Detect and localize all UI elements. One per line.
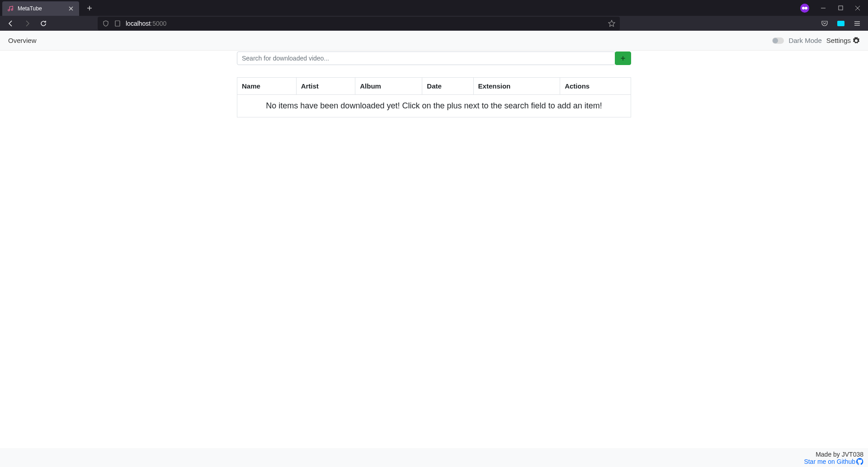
add-item-button[interactable]: + — [615, 51, 631, 65]
dark-mode-toggle[interactable] — [772, 37, 784, 44]
app-footer: Made by JVT038 Star me on Github — [0, 448, 868, 467]
github-star-link[interactable]: Star me on Github — [804, 458, 863, 465]
svg-point-0 — [802, 7, 805, 9]
forward-button[interactable] — [20, 17, 34, 30]
column-header-date: Date — [422, 78, 473, 95]
url-host: localhost — [126, 20, 151, 27]
svg-point-1 — [805, 7, 807, 9]
address-bar[interactable]: localhost:5000 — [98, 17, 620, 30]
settings-link[interactable]: Settings — [826, 37, 860, 44]
shield-icon — [102, 20, 109, 27]
new-tab-button[interactable] — [83, 1, 96, 15]
close-window-icon[interactable] — [851, 2, 864, 14]
empty-message: No items have been downloaded yet! Click… — [237, 95, 631, 117]
svg-rect-3 — [115, 21, 120, 26]
github-icon — [856, 458, 863, 465]
settings-label: Settings — [826, 37, 851, 44]
svg-rect-4 — [837, 21, 844, 26]
pocket-icon[interactable] — [817, 17, 832, 30]
search-input[interactable] — [237, 51, 615, 65]
toolbar-right — [817, 17, 864, 30]
tab-favicon-icon — [7, 5, 14, 12]
window-controls — [800, 2, 868, 14]
dark-mode-label: Dark Mode — [788, 37, 821, 44]
github-link-label: Star me on Github — [804, 458, 855, 465]
app-header: Overview Dark Mode Settings — [0, 31, 868, 51]
column-header-extension: Extension — [473, 78, 560, 95]
table-empty-row: No items have been downloaded yet! Click… — [237, 95, 631, 117]
gear-icon — [853, 37, 860, 44]
reload-button[interactable] — [36, 17, 51, 30]
app-menu-icon[interactable] — [850, 17, 864, 30]
maximize-window-icon[interactable] — [834, 2, 847, 14]
main-container: + Name Artist Album Date Extension Actio… — [237, 51, 631, 117]
account-icon[interactable] — [834, 17, 848, 30]
downloads-table: Name Artist Album Date Extension Actions… — [237, 77, 631, 117]
table-header-row: Name Artist Album Date Extension Actions — [237, 78, 631, 95]
search-row: + — [237, 51, 631, 65]
browser-tab[interactable]: MetaTube — [2, 1, 79, 16]
svg-rect-2 — [839, 6, 843, 10]
url-text: localhost:5000 — [126, 20, 604, 27]
column-header-actions: Actions — [560, 78, 631, 95]
tab-bar: MetaTube — [0, 0, 868, 16]
minimize-window-icon[interactable] — [816, 2, 830, 14]
bookmark-star-icon[interactable] — [608, 20, 615, 27]
column-header-artist: Artist — [296, 78, 355, 95]
overview-link[interactable]: Overview — [8, 37, 37, 44]
extension-icon[interactable] — [800, 4, 809, 13]
browser-toolbar: localhost:5000 — [0, 16, 868, 31]
tab-title: MetaTube — [18, 5, 64, 12]
url-port: :5000 — [151, 20, 166, 27]
column-header-name: Name — [237, 78, 297, 95]
back-button[interactable] — [4, 17, 18, 30]
column-header-album: Album — [355, 78, 422, 95]
header-right: Dark Mode Settings — [772, 37, 860, 44]
close-tab-icon[interactable] — [67, 5, 75, 12]
page-info-icon — [114, 20, 121, 27]
made-by-label: Made by JVT038 — [816, 451, 863, 458]
browser-chrome: MetaTube — [0, 0, 868, 31]
plus-icon: + — [621, 54, 626, 63]
app-content: Overview Dark Mode Settings + Name Art — [0, 31, 868, 467]
